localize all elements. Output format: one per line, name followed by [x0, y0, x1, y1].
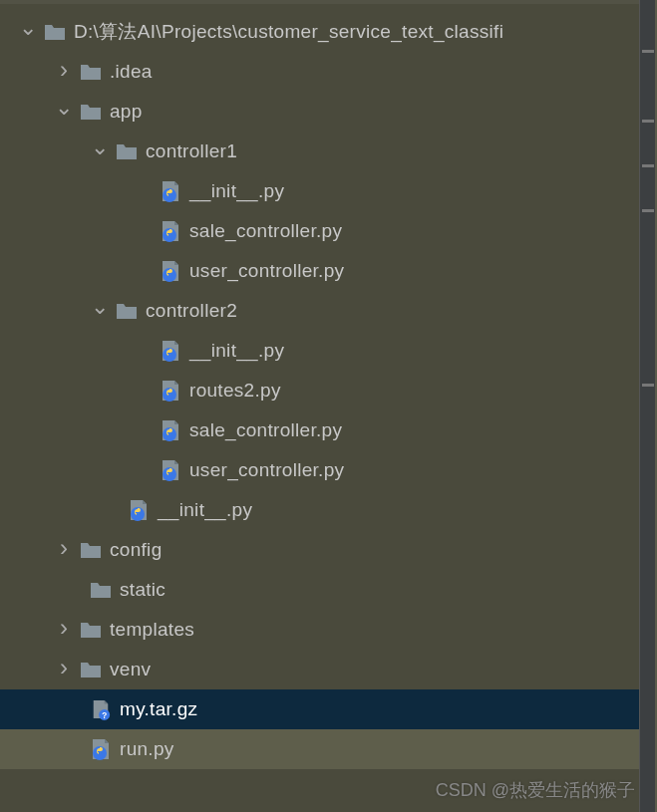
- python-file-icon: [160, 340, 181, 362]
- tree-item-c2-routes[interactable]: routes2.py: [0, 371, 655, 410]
- tree-label: venv: [110, 659, 151, 680]
- chevron-down-icon[interactable]: [90, 298, 110, 324]
- tree-item-c1-sale[interactable]: sale_controller.py: [0, 211, 655, 251]
- chevron-right-icon[interactable]: [54, 616, 74, 644]
- tree-label: D:\算法AI\Projects\customer_service_text_c…: [74, 19, 503, 45]
- chevron-right-icon[interactable]: [54, 58, 74, 86]
- tree-label: .idea: [110, 61, 153, 83]
- tree-label: user_controller.py: [189, 260, 344, 282]
- tree-item-static[interactable]: static: [0, 570, 655, 610]
- stripe-mark: [642, 209, 654, 212]
- tree-item-config[interactable]: config: [0, 530, 655, 570]
- stripe-mark: [642, 120, 654, 123]
- stripe-mark: [642, 164, 654, 167]
- folder-icon: [80, 101, 102, 123]
- tree-item-app-init[interactable]: __init__.py: [0, 490, 655, 530]
- folder-icon: [80, 539, 102, 561]
- tree-item-c2-sale[interactable]: sale_controller.py: [0, 410, 655, 450]
- folder-icon: [80, 61, 102, 83]
- tree-item-venv[interactable]: venv: [0, 650, 655, 689]
- chevron-down-icon[interactable]: [90, 138, 110, 164]
- tree-item-controller1[interactable]: controller1: [0, 132, 655, 171]
- tree-item-c2-user[interactable]: user_controller.py: [0, 450, 655, 490]
- tree-item-mytar[interactable]: my.tar.gz: [0, 689, 655, 729]
- chevron-down-icon[interactable]: [54, 99, 74, 125]
- project-tree: D:\算法AI\Projects\customer_service_text_c…: [0, 0, 657, 812]
- tree-item-c1-user[interactable]: user_controller.py: [0, 251, 655, 291]
- tree-item-c2-init[interactable]: __init__.py: [0, 331, 655, 371]
- folder-icon: [80, 659, 102, 680]
- tree-label: __init__.py: [189, 340, 284, 362]
- top-border: [0, 0, 639, 4]
- tree-label: __init__.py: [189, 180, 284, 202]
- python-file-icon: [160, 419, 181, 441]
- tree-item-root[interactable]: D:\算法AI\Projects\customer_service_text_c…: [0, 12, 655, 52]
- python-file-icon: [160, 180, 181, 202]
- watermark: CSDN @热爱生活的猴子: [436, 778, 635, 802]
- tree-item-runpy[interactable]: run.py: [0, 729, 655, 769]
- tree-item-idea[interactable]: .idea: [0, 52, 655, 92]
- chevron-right-icon[interactable]: [54, 536, 74, 564]
- tree-label: sale_controller.py: [189, 220, 342, 242]
- python-file-icon: [160, 459, 181, 481]
- tree-label: controller2: [146, 300, 237, 322]
- folder-icon: [90, 579, 112, 601]
- tree-label: templates: [110, 619, 194, 641]
- folder-icon: [116, 140, 138, 162]
- tree-item-c1-init[interactable]: __init__.py: [0, 171, 655, 211]
- python-file-icon: [160, 380, 181, 402]
- tree-label: user_controller.py: [189, 459, 344, 481]
- tree-label: controller1: [146, 140, 237, 162]
- error-stripe: [639, 0, 655, 812]
- python-file-icon: [160, 260, 181, 282]
- tree-label: run.py: [120, 738, 174, 760]
- tree-item-app[interactable]: app: [0, 92, 655, 132]
- tree-label: __init__.py: [158, 499, 252, 521]
- tree-label: app: [110, 101, 143, 123]
- python-file-icon: [90, 738, 112, 760]
- stripe-mark: [642, 384, 654, 387]
- folder-icon: [116, 300, 138, 322]
- folder-icon: [80, 619, 102, 641]
- tree-label: my.tar.gz: [120, 698, 197, 720]
- tree-label: sale_controller.py: [189, 419, 342, 441]
- tree-label: routes2.py: [189, 380, 281, 402]
- chevron-right-icon[interactable]: [54, 656, 74, 683]
- chevron-down-icon[interactable]: [18, 19, 38, 45]
- tree-label: static: [120, 579, 165, 601]
- stripe-mark: [642, 50, 654, 53]
- tree-item-templates[interactable]: templates: [0, 610, 655, 650]
- archive-file-icon: [90, 698, 112, 720]
- tree-item-controller2[interactable]: controller2: [0, 291, 655, 331]
- python-file-icon: [128, 499, 150, 521]
- python-file-icon: [160, 220, 181, 242]
- folder-icon: [44, 21, 66, 43]
- tree-label: config: [110, 539, 163, 561]
